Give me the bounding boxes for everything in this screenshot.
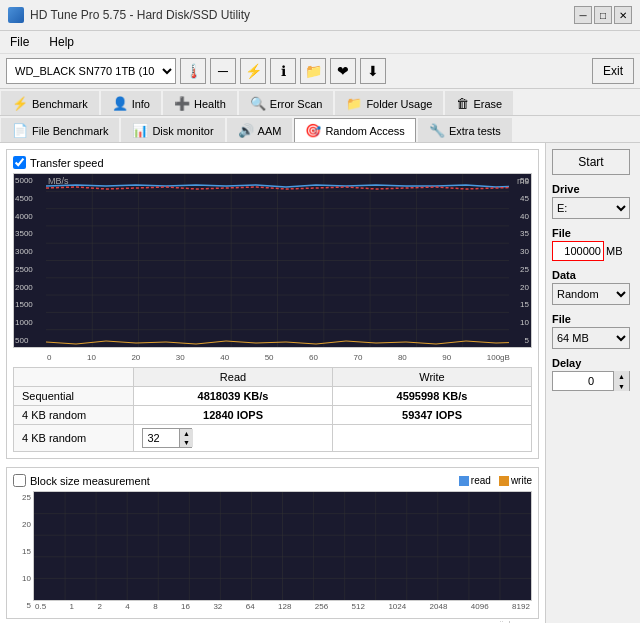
queue-depth-input[interactable]: [143, 431, 179, 445]
extra-tests-tab-icon: 🔧: [429, 123, 445, 138]
table-row: 4 KB random ▲ ▼: [14, 425, 532, 452]
menu-file[interactable]: File: [6, 33, 33, 51]
drive-dropdown[interactable]: E:: [552, 197, 630, 219]
temp-icon[interactable]: 🌡️: [180, 58, 206, 84]
data-label: Data: [552, 269, 634, 281]
legend-write-box: [499, 476, 509, 486]
file2-section: File 64 MB 32 MB 16 MB: [552, 313, 634, 349]
block-x-labels: 0.512481632641282565121024204840968192: [33, 601, 532, 612]
row-sequential-label: Sequential: [14, 387, 134, 406]
row-sequential-read: 4818039 KB/s: [134, 387, 333, 406]
file-unit-label: MB: [606, 245, 623, 257]
table-row: Sequential 4818039 KB/s 4595998 KB/s: [14, 387, 532, 406]
tab-info[interactable]: 👤 Info: [101, 91, 161, 115]
aam-tab-icon: 🔊: [238, 123, 254, 138]
tab-aam[interactable]: 🔊 AAM: [227, 118, 293, 142]
row-4kb-write: 59347 IOPS: [333, 406, 532, 425]
chart-legend: read write: [459, 475, 532, 486]
block-header-left: Block size measurement: [13, 474, 150, 487]
folder-usage-tab-icon: 📁: [346, 96, 362, 111]
maximize-button[interactable]: □: [594, 6, 612, 24]
line-icon[interactable]: ─: [210, 58, 236, 84]
random-access-tab-icon: 🎯: [305, 123, 321, 138]
health-icon[interactable]: ❤: [330, 58, 356, 84]
file-section: File MB: [552, 227, 634, 261]
toolbar: WD_BLACK SN770 1TB (1000 gB) 🌡️ ─ ⚡ ℹ 📁 …: [0, 54, 640, 89]
title-bar: HD Tune Pro 5.75 - Hard Disk/SSD Utility…: [0, 0, 640, 31]
transfer-header: Transfer speed: [13, 156, 532, 169]
block-header: Block size measurement read write: [13, 474, 532, 487]
row-4kb2-write: [333, 425, 532, 452]
data-dropdown[interactable]: Random Sequential: [552, 283, 630, 305]
delay-label: Delay: [552, 357, 634, 369]
file-input-row: MB: [552, 241, 634, 261]
y-axis-right: 5045403530252015105: [511, 174, 531, 347]
tabs-row-1: ⚡ Benchmark 👤 Info ➕ Health 🔍 Error Scan…: [0, 89, 640, 116]
delay-spinbox-buttons: ▲ ▼: [613, 371, 629, 391]
table-row: 4 KB random 12840 IOPS 59347 IOPS: [14, 406, 532, 425]
block-size-checkbox[interactable]: [13, 474, 26, 487]
col-header-read: Read: [134, 368, 333, 387]
block-chart-svg: [34, 492, 531, 600]
exit-button[interactable]: Exit: [592, 58, 634, 84]
tab-folder-usage[interactable]: 📁 Folder Usage: [335, 91, 443, 115]
delay-input[interactable]: [553, 374, 613, 388]
drive-label: Drive: [552, 183, 634, 195]
tab-erase[interactable]: 🗑 Erase: [445, 91, 513, 115]
benchmark-section: Transfer speed 5000450040003500300025002…: [6, 149, 539, 459]
tab-extra-tests[interactable]: 🔧 Extra tests: [418, 118, 512, 142]
block-chart-row: 252015105: [13, 491, 532, 612]
watermark: www.jjgle.com: [6, 619, 539, 623]
right-panel: Start Drive E: File MB Data Random Seque…: [545, 143, 640, 623]
y-axis-left: 500045004000350030002500200015001000500: [14, 174, 46, 347]
block-chart-wrapper: 0.512481632641282565121024204840968192: [33, 491, 532, 612]
col-header-write: Write: [333, 368, 532, 387]
file2-dropdown[interactable]: 64 MB 32 MB 16 MB: [552, 327, 630, 349]
delay-spinbox[interactable]: ▲ ▼: [552, 371, 630, 391]
info-tab-icon: 👤: [112, 96, 128, 111]
drive-select[interactable]: WD_BLACK SN770 1TB (1000 gB): [6, 58, 176, 84]
folder-icon[interactable]: 📁: [300, 58, 326, 84]
info-icon[interactable]: ℹ: [270, 58, 296, 84]
minimize-button[interactable]: ─: [574, 6, 592, 24]
tab-random-access[interactable]: 🎯 Random Access: [294, 118, 415, 142]
legend-write: write: [499, 475, 532, 486]
y-axis-unit-mbs: MB/s: [48, 176, 69, 186]
transfer-speed-label: Transfer speed: [30, 157, 104, 169]
y-axis-unit-ms: ms: [517, 176, 529, 186]
tab-file-benchmark[interactable]: 📄 File Benchmark: [1, 118, 119, 142]
window-controls[interactable]: ─ □ ✕: [574, 6, 632, 24]
queue-depth-spinbox[interactable]: ▲ ▼: [142, 428, 192, 448]
row-4kb-read: 12840 IOPS: [134, 406, 333, 425]
block-y-axis: 252015105: [13, 491, 33, 612]
drive-section: Drive E:: [552, 183, 634, 219]
row-4kb-label: 4 KB random: [14, 406, 134, 425]
delay-down-button[interactable]: ▼: [613, 381, 629, 391]
tab-benchmark[interactable]: ⚡ Benchmark: [1, 91, 99, 115]
block-section: Block size measurement read write: [6, 467, 539, 619]
tab-disk-monitor[interactable]: 📊 Disk monitor: [121, 118, 224, 142]
delay-up-button[interactable]: ▲: [613, 371, 629, 381]
x-axis-labels: 0102030405060708090100gB: [13, 352, 532, 363]
title-left: HD Tune Pro 5.75 - Hard Disk/SSD Utility: [8, 7, 250, 23]
menu-help[interactable]: Help: [45, 33, 78, 51]
health-tab-icon: ➕: [174, 96, 190, 111]
spinbox-up-button[interactable]: ▲: [179, 429, 193, 438]
chart-svg: [46, 174, 509, 347]
start-button[interactable]: Start: [552, 149, 630, 175]
tab-error-scan[interactable]: 🔍 Error Scan: [239, 91, 334, 115]
spinbox-buttons: ▲ ▼: [179, 429, 193, 447]
tab-health[interactable]: ➕ Health: [163, 91, 237, 115]
file2-label: File: [552, 313, 634, 325]
app-icon: [8, 7, 24, 23]
spinbox-down-button[interactable]: ▼: [179, 438, 193, 447]
tabs-row-2: 📄 File Benchmark 📊 Disk monitor 🔊 AAM 🎯 …: [0, 116, 640, 143]
data-section: Data Random Sequential: [552, 269, 634, 305]
erase-tab-icon: 🗑: [456, 96, 469, 111]
transfer-speed-checkbox[interactable]: [13, 156, 26, 169]
results-table: Read Write Sequential 4818039 KB/s 45959…: [13, 367, 532, 452]
benchmark-icon[interactable]: ⚡: [240, 58, 266, 84]
close-button[interactable]: ✕: [614, 6, 632, 24]
download-icon[interactable]: ⬇: [360, 58, 386, 84]
file-size-input[interactable]: [552, 241, 604, 261]
